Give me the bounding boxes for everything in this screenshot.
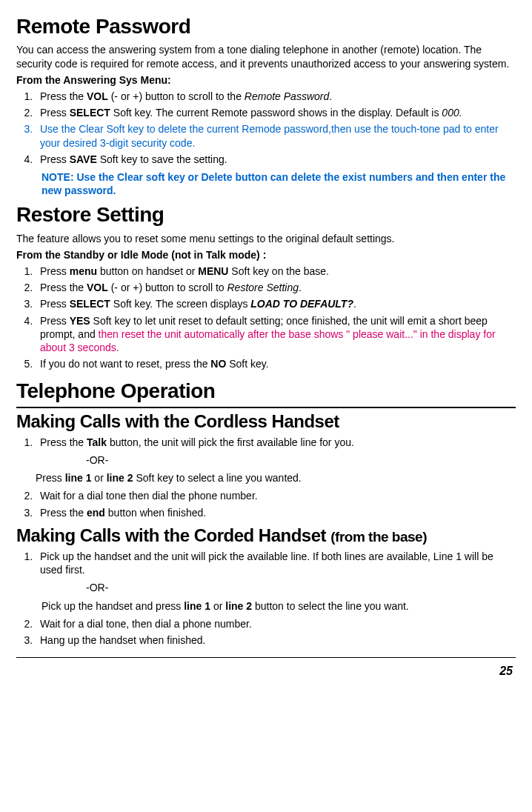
step: Press the Talk button, the unit will pic… (36, 436, 516, 485)
step: Press SELECT Soft key. The screen displa… (36, 297, 516, 310)
step: Press the VOL (- or +) button to scroll … (36, 90, 516, 103)
sub-step: Press line 1 or line 2 Soft key to selec… (36, 471, 516, 485)
remote-password-title: Remote Password (16, 13, 516, 40)
sub-step: Pick up the handset and press line 1 or … (41, 599, 516, 613)
corded-title: Making Calls with the Corded Handset (fr… (16, 524, 516, 547)
page-number: 25 (16, 664, 513, 679)
restore-mode-label: From the Standby or Idle Mode (not in Ta… (16, 248, 516, 262)
step: Pick up the handset and the unit will pi… (36, 550, 516, 613)
step: Press SAVE Soft key to save the setting. (36, 153, 516, 166)
cordless-steps: Press the Talk button, the unit will pic… (16, 436, 516, 519)
step-blue: Use the Clear Soft key to delete the cur… (36, 122, 516, 149)
step: Wait for a dial tone then dial the phone… (36, 489, 516, 502)
step: Press SELECT Soft key. The current Remot… (36, 106, 516, 119)
restore-setting-title: Restore Setting (16, 202, 516, 228)
footer-divider (16, 657, 516, 662)
remote-password-steps: Press the VOL (- or +) button to scroll … (16, 90, 516, 166)
corded-steps: Pick up the handset and the unit will pi… (16, 550, 516, 647)
restore-steps: Press menu button on handset or MENU Sof… (16, 264, 516, 370)
remote-password-note: NOTE: Use the Clear soft key or Delete b… (41, 170, 516, 197)
answering-menu-label: From the Answering Sys Menu: (16, 73, 516, 87)
telephone-operation-title: Telephone Operation (16, 378, 516, 407)
remote-password-intro: You can access the answering system from… (16, 43, 516, 70)
step: If you do not want to reset, press the N… (36, 357, 516, 370)
or: -OR- (86, 581, 516, 594)
restore-intro: The feature allows you to reset some men… (16, 232, 516, 245)
step: Press menu button on handset or MENU Sof… (36, 264, 516, 278)
or: -OR- (86, 453, 516, 467)
step: Wait for a dial tone, then dial a phone … (36, 617, 516, 630)
step: Hang up the handset when finished. (36, 633, 516, 647)
step: Press YES Soft key to let unit reset to … (36, 314, 516, 355)
step: Press the end button when finished. (36, 506, 516, 519)
step: Press the VOL (- or +) button to scroll … (36, 281, 516, 294)
cordless-title: Making Calls with the Cordless Handset (16, 410, 516, 433)
